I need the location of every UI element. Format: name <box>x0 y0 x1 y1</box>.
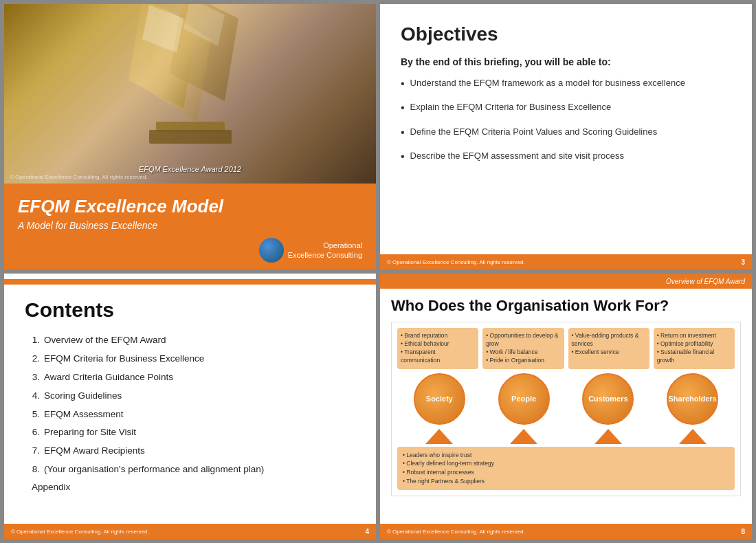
circles-row: Society People Customers Shareholders <box>397 373 735 425</box>
contents-item-5: 5. EFQM Assessment <box>25 408 355 421</box>
slide3-top-bar <box>4 279 376 285</box>
contents-item-1: 1. Overview of the EFQM Award <box>25 334 355 347</box>
logo-globe-icon <box>259 238 284 263</box>
slide1-logo-area: Operational Excellence Consulting <box>18 238 362 263</box>
people-bullet-3: Pride in Organisation <box>486 357 560 365</box>
svg-rect-6 <box>149 130 232 144</box>
bullet-4: Describe the EFQM assessment and site vi… <box>401 150 731 164</box>
arrow-customers <box>594 429 622 444</box>
circle-customers: Customers <box>582 373 634 425</box>
people-bullet-2: Work / life balance <box>486 348 560 357</box>
slide3-content: Contents 1. Overview of the EFQM Award 2… <box>4 285 376 539</box>
slide4-content: Who Does the Organisation Work For? Bran… <box>380 289 752 539</box>
shareholders-bullet-1: Return on investment <box>657 332 731 340</box>
contents-list: 1. Overview of the EFQM Award 2. EFQM Cr… <box>25 334 355 476</box>
shareholders-bullet-2: Optimise profitability <box>657 340 731 348</box>
top-box-customers: Value-adding products & services Excelle… <box>568 328 649 369</box>
slide1-footer: EFQM Excellence Model A Model for Busine… <box>4 184 376 269</box>
diagram-area: Brand reputation Ethical behaviour Trans… <box>391 322 741 496</box>
slide3-page-num: 4 <box>365 528 369 535</box>
top-box-people: Opportunities to develop & grow Work / l… <box>482 328 564 369</box>
top-box-shareholders: Return on investment Optimise profitabil… <box>654 328 735 369</box>
slide4-footer-copy: © Operational Excellence Consulting. All… <box>387 529 525 535</box>
slide4-top-label-bar: Overview of EFQM Award <box>380 274 752 289</box>
slide2-footer-copy: © Operational Excellence Consulting. All… <box>387 259 525 265</box>
logo-line2: Excellence Consulting <box>288 251 362 259</box>
slide1-sub-title: A Model for Business Excellence <box>18 220 362 231</box>
slide1-photo: EFQM Excellence Award 2012 © Operational… <box>4 4 376 184</box>
slide4-footer-bar: © Operational Excellence Consulting. All… <box>380 524 752 539</box>
top-boxes: Brand reputation Ethical behaviour Trans… <box>397 328 735 369</box>
arrow-shareholders <box>679 429 707 444</box>
slide-3: Contents 1. Overview of the EFQM Award 2… <box>4 274 376 539</box>
circle-shareholders: Shareholders <box>667 373 718 425</box>
bottom-bullet-3: Robust internal processes <box>403 468 729 477</box>
bottom-bullet-1: Leaders who inspire trust <box>403 451 729 460</box>
objectives-subtitle: By the end of this briefing, you will be… <box>401 56 731 67</box>
bottom-bullet-4: The right Partners & Suppliers <box>403 477 729 486</box>
shareholders-bullet-3: Sustainable financial growth <box>657 348 731 365</box>
arrow-people <box>510 429 537 444</box>
circle-people: People <box>498 373 550 425</box>
award-photo-text: EFQM Excellence Award 2012 <box>139 165 241 173</box>
slide1-logo-text: Operational Excellence Consulting <box>288 241 362 261</box>
society-bullet-1: Brand reputation <box>401 332 475 340</box>
society-bullet-3: Transparent communication <box>401 348 475 365</box>
appendix-item: Appendix <box>25 482 355 492</box>
objectives-bullets: Understand the EFQM framework as a model… <box>401 77 731 165</box>
slide3-footer-copy: © Operational Excellence Consulting. All… <box>11 529 149 535</box>
arrows-row <box>397 429 735 444</box>
contents-title: Contents <box>25 298 355 322</box>
contents-item-6: 6. Preparing for Site Visit <box>25 426 355 439</box>
contents-item-8: 8. (Your organisation's performance and … <box>25 463 355 476</box>
arrow-society <box>425 429 453 444</box>
who-title: Who Does the Organisation Work For? <box>391 297 741 315</box>
slide4-top-label: Overview of EFQM Award <box>666 278 745 285</box>
customers-bullet-2: Excellent service <box>572 348 646 357</box>
bullet-2: Explain the EFQM Criteria for Business E… <box>401 101 731 115</box>
customers-bullet-1: Value-adding products & services <box>572 332 646 348</box>
slide1-main-title: EFQM Excellence Model <box>18 196 362 217</box>
slide-4: Overview of EFQM Award Who Does the Orga… <box>380 274 752 539</box>
bullet-1: Understand the EFQM framework as a model… <box>401 77 731 91</box>
top-box-society: Brand reputation Ethical behaviour Trans… <box>397 328 478 369</box>
contents-item-7: 7. EFQM Award Recipients <box>25 445 355 458</box>
people-bullet-1: Opportunities to develop & grow <box>486 332 560 348</box>
contents-item-3: 3. Award Criteria Guidance Points <box>25 371 355 384</box>
contents-item-4: 4. Scoring Guidelines <box>25 390 355 403</box>
slide-1: EFQM Excellence Award 2012 © Operational… <box>4 4 376 269</box>
bottom-box: Leaders who inspire trust Clearly define… <box>397 447 735 490</box>
slide4-page-num: 8 <box>741 528 745 535</box>
slide3-footer-bar: © Operational Excellence Consulting. All… <box>4 524 376 539</box>
objectives-title: Objectives <box>401 23 731 45</box>
trophy-decoration <box>4 4 376 156</box>
slide1-copyright: © Operational Excellence Consulting. All… <box>10 174 148 180</box>
contents-item-2: 2. EFQM Criteria for Business Excellence <box>25 353 355 366</box>
slide2-page-num: 3 <box>741 258 745 266</box>
bottom-bullet-2: Clearly defined long-term strategy <box>403 459 729 468</box>
society-bullet-2: Ethical behaviour <box>401 340 475 348</box>
bullet-3: Define the EFQM Criteria Point Values an… <box>401 126 731 140</box>
slide-2: Objectives By the end of this briefing, … <box>380 4 752 269</box>
logo-line1: Operational <box>323 241 362 250</box>
slide2-footer-bar: © Operational Excellence Consulting. All… <box>380 254 752 269</box>
circle-society: Society <box>414 373 465 425</box>
